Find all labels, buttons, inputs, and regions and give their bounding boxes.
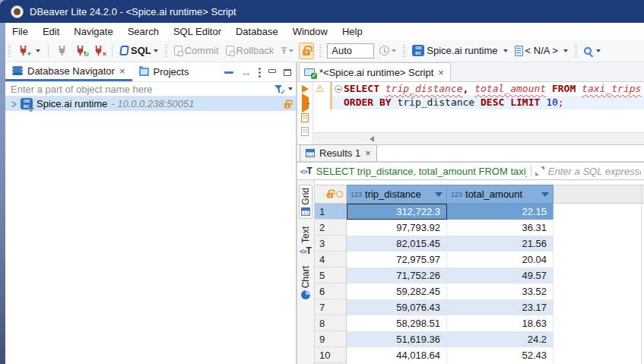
collapse-all-icon[interactable] bbox=[224, 71, 233, 74]
new-connection-dropdown[interactable] bbox=[34, 48, 42, 54]
title-bar[interactable]: DBeaver Lite 24.2.0 - <Spice.ai runtime>… bbox=[0, 0, 644, 23]
row-number[interactable]: 5 bbox=[315, 267, 347, 283]
menu-help[interactable]: Help bbox=[342, 26, 363, 37]
connection-tree-item[interactable]: > ✓ Spice.ai runtime - 10.0.0.238:50051 bbox=[5, 97, 296, 111]
cell-trip-distance[interactable]: 44,018.64 bbox=[347, 347, 447, 363]
cell-trip-distance[interactable]: 312,722.3 bbox=[347, 204, 447, 220]
rollback-button[interactable]: Rollback bbox=[224, 43, 276, 58]
cell-trip-distance[interactable]: 72,975.97 bbox=[347, 252, 447, 267]
new-connection-button[interactable]: + bbox=[16, 43, 30, 58]
expand-chevron-icon[interactable]: > bbox=[11, 97, 17, 110]
link-with-editor-icon[interactable]: ↔ bbox=[241, 68, 251, 78]
editor-horizontal-scrollbar[interactable] bbox=[313, 132, 644, 144]
table-row[interactable]: 7 59,076.43 23.17 bbox=[315, 299, 644, 315]
execute-statement-button[interactable] bbox=[302, 85, 309, 93]
cell-total-amount[interactable]: 36.31 bbox=[447, 220, 554, 236]
close-icon[interactable]: × bbox=[438, 68, 444, 78]
cell-total-amount[interactable]: 49.57 bbox=[447, 267, 554, 283]
execute-script-button[interactable] bbox=[301, 113, 309, 122]
column-header-trip-distance[interactable]: 123 trip_distance bbox=[347, 185, 447, 204]
active-database-selector[interactable]: < N/A > bbox=[513, 43, 569, 58]
cell-total-amount[interactable]: 23.17 bbox=[447, 299, 554, 315]
reconnect-button[interactable]: ↻ bbox=[73, 43, 87, 58]
object-filter-input[interactable] bbox=[11, 84, 270, 95]
table-row[interactable]: 10 44,018.64 52.43 bbox=[315, 347, 644, 363]
code-line-2[interactable]: ORDER BY trip_distance DESC LIMIT 10; bbox=[332, 96, 644, 109]
sort-desc-icon[interactable] bbox=[435, 192, 443, 197]
cell-total-amount[interactable]: 21.56 bbox=[447, 236, 554, 252]
presentation-tab-grid[interactable]: Grid bbox=[299, 185, 312, 219]
filter-funnel-icon[interactable]: ✓ bbox=[274, 84, 284, 93]
cell-trip-distance[interactable]: 51,619.36 bbox=[347, 331, 447, 347]
cell-trip-distance[interactable]: 59,076.43 bbox=[347, 299, 447, 315]
auto-commit-toggle[interactable] bbox=[299, 43, 314, 59]
cell-trip-distance[interactable]: 71,752.26 bbox=[347, 267, 447, 283]
chevron-down-icon[interactable] bbox=[288, 87, 293, 90]
minimize-view-icon[interactable] bbox=[268, 69, 276, 73]
execute-script-disabled-button[interactable] bbox=[301, 127, 309, 136]
row-number[interactable]: 8 bbox=[315, 315, 347, 331]
cell-trip-distance[interactable]: 82,015.45 bbox=[347, 236, 447, 252]
execute-new-tab-button[interactable]: + bbox=[302, 97, 309, 109]
menu-file[interactable]: File bbox=[12, 26, 28, 37]
cell-trip-distance[interactable]: 97,793.92 bbox=[347, 220, 447, 236]
cell-total-amount[interactable]: 52.43 bbox=[447, 347, 554, 363]
fold-collapse-icon[interactable] bbox=[335, 85, 342, 93]
tab-script-editor[interactable]: ✓ *<Spice.ai runtime> Script × bbox=[299, 62, 451, 81]
commit-mode-combo[interactable]: Auto bbox=[327, 43, 374, 59]
menu-edit[interactable]: Edit bbox=[43, 26, 59, 37]
table-row[interactable]: 1 312,722.3 22.15 bbox=[315, 204, 644, 220]
cell-trip-distance[interactable]: 58,298.51 bbox=[347, 315, 447, 331]
menu-database[interactable]: Database bbox=[236, 26, 278, 37]
tab-projects[interactable]: Projects bbox=[132, 62, 196, 81]
scroll-left-icon[interactable] bbox=[370, 136, 374, 142]
view-menu-icon[interactable] bbox=[259, 68, 261, 70]
expand-panel-icon[interactable] bbox=[535, 166, 544, 176]
presentation-tab-chart[interactable]: Chart bbox=[300, 264, 312, 302]
table-row[interactable]: 2 97,793.92 36.31 bbox=[315, 220, 644, 236]
table-row[interactable]: 4 72,975.97 20.04 bbox=[315, 252, 644, 267]
row-number[interactable]: 3 bbox=[315, 236, 347, 252]
table-row[interactable]: 5 71,752.26 49.57 bbox=[315, 267, 644, 283]
cell-total-amount[interactable]: 18.63 bbox=[447, 315, 554, 331]
cell-trip-distance[interactable]: 59,282.45 bbox=[347, 283, 447, 299]
connect-button[interactable] bbox=[55, 43, 69, 58]
maximize-view-icon[interactable] bbox=[284, 69, 291, 76]
transaction-log-button[interactable]: Ŧ bbox=[279, 44, 295, 57]
table-row[interactable]: 8 58,298.51 18.63 bbox=[315, 315, 644, 331]
menu-navigate[interactable]: Navigate bbox=[74, 26, 113, 37]
row-number[interactable]: 10 bbox=[315, 347, 347, 363]
disconnect-button[interactable]: × bbox=[91, 43, 106, 58]
table-row[interactable]: 3 82,015.45 21.56 bbox=[315, 236, 644, 252]
commit-button[interactable]: Commit bbox=[173, 43, 220, 58]
row-number[interactable]: 6 bbox=[315, 283, 347, 299]
close-icon[interactable]: × bbox=[365, 148, 371, 158]
tab-results-1[interactable]: Results 1 × bbox=[300, 144, 377, 161]
result-filter-input[interactable] bbox=[548, 166, 641, 177]
menu-sql-editor[interactable]: SQL Editor bbox=[173, 26, 221, 37]
active-connection-selector[interactable]: Spice.ai runtime bbox=[411, 43, 509, 58]
search-button[interactable] bbox=[582, 46, 602, 56]
transaction-history-button[interactable] bbox=[378, 44, 398, 57]
tab-database-navigator[interactable]: Database Navigator × bbox=[5, 62, 132, 81]
close-icon[interactable]: × bbox=[119, 66, 125, 76]
row-number[interactable]: 7 bbox=[315, 299, 347, 315]
code-line-1[interactable]: SELECT trip_distance, total_amount FROM … bbox=[332, 82, 644, 96]
cell-total-amount[interactable]: 33.52 bbox=[447, 283, 554, 299]
cell-total-amount[interactable]: 20.04 bbox=[447, 252, 554, 267]
grid-corner-cell[interactable] bbox=[315, 185, 347, 204]
sort-desc-icon[interactable] bbox=[541, 192, 549, 197]
column-header-total-amount[interactable]: 123 total_amount bbox=[447, 185, 554, 204]
cell-total-amount[interactable]: 24.2 bbox=[447, 331, 554, 347]
code-area[interactable]: SELECT trip_distance, total_amount FROM … bbox=[332, 82, 644, 132]
row-number[interactable]: 2 bbox=[315, 220, 347, 236]
row-number[interactable]: 1 bbox=[315, 204, 347, 220]
table-row[interactable]: 6 59,282.45 33.52 bbox=[315, 283, 644, 299]
menu-search[interactable]: Search bbox=[128, 26, 159, 37]
row-number[interactable]: 9 bbox=[315, 331, 347, 347]
cell-total-amount[interactable]: 22.15 bbox=[447, 204, 554, 220]
sql-editor-button[interactable]: SQL bbox=[119, 43, 160, 58]
table-row[interactable]: 9 51,619.36 24.2 bbox=[315, 331, 644, 347]
menu-window[interactable]: Window bbox=[293, 26, 328, 37]
row-number[interactable]: 4 bbox=[315, 252, 347, 267]
